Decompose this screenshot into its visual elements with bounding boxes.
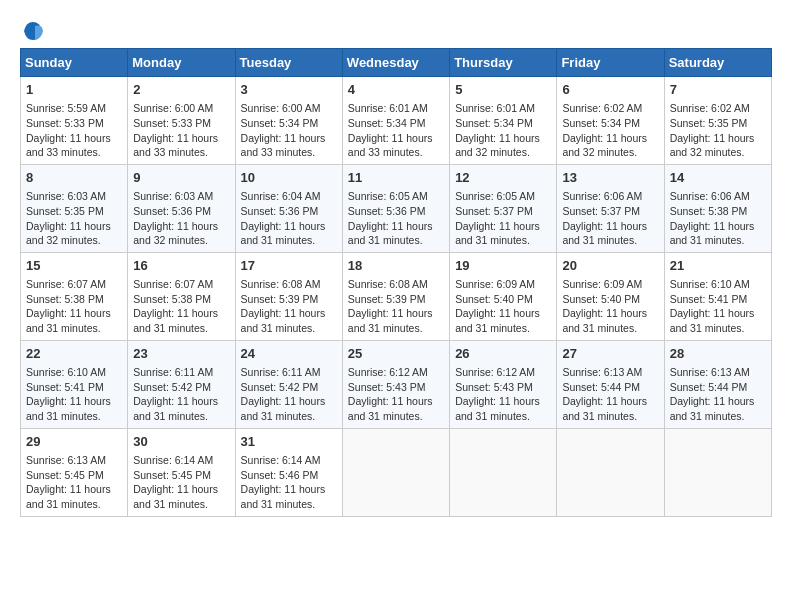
day-number: 14: [670, 169, 766, 187]
calendar-cell: 4Sunrise: 6:01 AM Sunset: 5:34 PM Daylig…: [342, 77, 449, 165]
calendar-cell: 6Sunrise: 6:02 AM Sunset: 5:34 PM Daylig…: [557, 77, 664, 165]
day-info: Sunrise: 6:03 AM Sunset: 5:35 PM Dayligh…: [26, 189, 122, 248]
day-number: 5: [455, 81, 551, 99]
calendar-cell: 3Sunrise: 6:00 AM Sunset: 5:34 PM Daylig…: [235, 77, 342, 165]
day-info: Sunrise: 6:14 AM Sunset: 5:45 PM Dayligh…: [133, 453, 229, 512]
calendar-cell: 30Sunrise: 6:14 AM Sunset: 5:45 PM Dayli…: [128, 428, 235, 516]
calendar-cell: 21Sunrise: 6:10 AM Sunset: 5:41 PM Dayli…: [664, 252, 771, 340]
day-number: 20: [562, 257, 658, 275]
weekday-header: Monday: [128, 49, 235, 77]
day-number: 15: [26, 257, 122, 275]
day-info: Sunrise: 6:05 AM Sunset: 5:36 PM Dayligh…: [348, 189, 444, 248]
calendar-cell: 10Sunrise: 6:04 AM Sunset: 5:36 PM Dayli…: [235, 164, 342, 252]
day-number: 29: [26, 433, 122, 451]
day-number: 11: [348, 169, 444, 187]
weekday-header: Saturday: [664, 49, 771, 77]
calendar-cell: 26Sunrise: 6:12 AM Sunset: 5:43 PM Dayli…: [450, 340, 557, 428]
day-info: Sunrise: 6:03 AM Sunset: 5:36 PM Dayligh…: [133, 189, 229, 248]
day-info: Sunrise: 6:00 AM Sunset: 5:34 PM Dayligh…: [241, 101, 337, 160]
day-info: Sunrise: 6:13 AM Sunset: 5:44 PM Dayligh…: [670, 365, 766, 424]
day-number: 2: [133, 81, 229, 99]
day-info: Sunrise: 6:12 AM Sunset: 5:43 PM Dayligh…: [455, 365, 551, 424]
day-info: Sunrise: 6:00 AM Sunset: 5:33 PM Dayligh…: [133, 101, 229, 160]
calendar-cell: 20Sunrise: 6:09 AM Sunset: 5:40 PM Dayli…: [557, 252, 664, 340]
day-number: 4: [348, 81, 444, 99]
calendar-cell: 2Sunrise: 6:00 AM Sunset: 5:33 PM Daylig…: [128, 77, 235, 165]
day-info: Sunrise: 6:13 AM Sunset: 5:45 PM Dayligh…: [26, 453, 122, 512]
calendar-cell: 14Sunrise: 6:06 AM Sunset: 5:38 PM Dayli…: [664, 164, 771, 252]
calendar-cell: 8Sunrise: 6:03 AM Sunset: 5:35 PM Daylig…: [21, 164, 128, 252]
day-number: 22: [26, 345, 122, 363]
day-info: Sunrise: 6:07 AM Sunset: 5:38 PM Dayligh…: [133, 277, 229, 336]
day-info: Sunrise: 6:13 AM Sunset: 5:44 PM Dayligh…: [562, 365, 658, 424]
day-number: 25: [348, 345, 444, 363]
day-info: Sunrise: 6:02 AM Sunset: 5:35 PM Dayligh…: [670, 101, 766, 160]
logo: [20, 20, 44, 38]
day-number: 21: [670, 257, 766, 275]
calendar-cell: 19Sunrise: 6:09 AM Sunset: 5:40 PM Dayli…: [450, 252, 557, 340]
day-info: Sunrise: 6:06 AM Sunset: 5:38 PM Dayligh…: [670, 189, 766, 248]
day-info: Sunrise: 6:14 AM Sunset: 5:46 PM Dayligh…: [241, 453, 337, 512]
calendar-cell: 18Sunrise: 6:08 AM Sunset: 5:39 PM Dayli…: [342, 252, 449, 340]
calendar-cell: [664, 428, 771, 516]
calendar-cell: 16Sunrise: 6:07 AM Sunset: 5:38 PM Dayli…: [128, 252, 235, 340]
day-number: 18: [348, 257, 444, 275]
day-info: Sunrise: 6:05 AM Sunset: 5:37 PM Dayligh…: [455, 189, 551, 248]
day-number: 1: [26, 81, 122, 99]
calendar-header-row: SundayMondayTuesdayWednesdayThursdayFrid…: [21, 49, 772, 77]
day-number: 23: [133, 345, 229, 363]
day-info: Sunrise: 6:09 AM Sunset: 5:40 PM Dayligh…: [562, 277, 658, 336]
day-info: Sunrise: 6:01 AM Sunset: 5:34 PM Dayligh…: [348, 101, 444, 160]
calendar-cell: [342, 428, 449, 516]
logo-icon: [22, 20, 44, 42]
day-number: 16: [133, 257, 229, 275]
weekday-header: Wednesday: [342, 49, 449, 77]
calendar-cell: 27Sunrise: 6:13 AM Sunset: 5:44 PM Dayli…: [557, 340, 664, 428]
calendar-cell: 11Sunrise: 6:05 AM Sunset: 5:36 PM Dayli…: [342, 164, 449, 252]
day-number: 7: [670, 81, 766, 99]
day-info: Sunrise: 6:08 AM Sunset: 5:39 PM Dayligh…: [241, 277, 337, 336]
calendar-cell: 12Sunrise: 6:05 AM Sunset: 5:37 PM Dayli…: [450, 164, 557, 252]
calendar-cell: 13Sunrise: 6:06 AM Sunset: 5:37 PM Dayli…: [557, 164, 664, 252]
weekday-header: Tuesday: [235, 49, 342, 77]
day-info: Sunrise: 6:08 AM Sunset: 5:39 PM Dayligh…: [348, 277, 444, 336]
day-info: Sunrise: 6:04 AM Sunset: 5:36 PM Dayligh…: [241, 189, 337, 248]
calendar-cell: 15Sunrise: 6:07 AM Sunset: 5:38 PM Dayli…: [21, 252, 128, 340]
calendar-week-row: 15Sunrise: 6:07 AM Sunset: 5:38 PM Dayli…: [21, 252, 772, 340]
calendar-cell: [450, 428, 557, 516]
day-number: 13: [562, 169, 658, 187]
calendar-week-row: 8Sunrise: 6:03 AM Sunset: 5:35 PM Daylig…: [21, 164, 772, 252]
day-info: Sunrise: 6:11 AM Sunset: 5:42 PM Dayligh…: [241, 365, 337, 424]
calendar-table: SundayMondayTuesdayWednesdayThursdayFrid…: [20, 48, 772, 517]
day-number: 27: [562, 345, 658, 363]
weekday-header: Friday: [557, 49, 664, 77]
day-number: 19: [455, 257, 551, 275]
calendar-cell: 28Sunrise: 6:13 AM Sunset: 5:44 PM Dayli…: [664, 340, 771, 428]
calendar-cell: 22Sunrise: 6:10 AM Sunset: 5:41 PM Dayli…: [21, 340, 128, 428]
calendar-cell: 29Sunrise: 6:13 AM Sunset: 5:45 PM Dayli…: [21, 428, 128, 516]
day-number: 17: [241, 257, 337, 275]
day-number: 10: [241, 169, 337, 187]
weekday-header: Thursday: [450, 49, 557, 77]
calendar-cell: 7Sunrise: 6:02 AM Sunset: 5:35 PM Daylig…: [664, 77, 771, 165]
day-number: 6: [562, 81, 658, 99]
day-number: 9: [133, 169, 229, 187]
day-info: Sunrise: 6:10 AM Sunset: 5:41 PM Dayligh…: [26, 365, 122, 424]
day-info: Sunrise: 6:12 AM Sunset: 5:43 PM Dayligh…: [348, 365, 444, 424]
day-number: 26: [455, 345, 551, 363]
day-number: 24: [241, 345, 337, 363]
day-info: Sunrise: 6:09 AM Sunset: 5:40 PM Dayligh…: [455, 277, 551, 336]
day-info: Sunrise: 6:02 AM Sunset: 5:34 PM Dayligh…: [562, 101, 658, 160]
day-info: Sunrise: 6:01 AM Sunset: 5:34 PM Dayligh…: [455, 101, 551, 160]
weekday-header: Sunday: [21, 49, 128, 77]
calendar-week-row: 29Sunrise: 6:13 AM Sunset: 5:45 PM Dayli…: [21, 428, 772, 516]
day-info: Sunrise: 5:59 AM Sunset: 5:33 PM Dayligh…: [26, 101, 122, 160]
day-number: 30: [133, 433, 229, 451]
day-info: Sunrise: 6:06 AM Sunset: 5:37 PM Dayligh…: [562, 189, 658, 248]
calendar-cell: 24Sunrise: 6:11 AM Sunset: 5:42 PM Dayli…: [235, 340, 342, 428]
calendar-week-row: 1Sunrise: 5:59 AM Sunset: 5:33 PM Daylig…: [21, 77, 772, 165]
day-info: Sunrise: 6:11 AM Sunset: 5:42 PM Dayligh…: [133, 365, 229, 424]
calendar-cell: 9Sunrise: 6:03 AM Sunset: 5:36 PM Daylig…: [128, 164, 235, 252]
calendar-cell: 25Sunrise: 6:12 AM Sunset: 5:43 PM Dayli…: [342, 340, 449, 428]
day-number: 31: [241, 433, 337, 451]
